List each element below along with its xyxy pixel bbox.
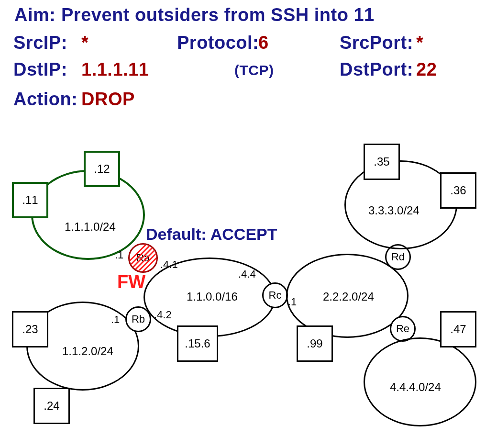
protocol-note: (TCP) (234, 62, 274, 78)
srcip-label: SrcIP: (13, 33, 67, 53)
dstip-value: 1.1.1.11 (81, 59, 149, 80)
iface-ra-s1: .1 (115, 249, 123, 261)
subnet-3-3-3-label: 3.3.3.0/24 (368, 204, 420, 217)
host-24: .24 (33, 388, 70, 424)
router-ra: Ra (128, 243, 158, 273)
host-23: .23 (12, 311, 48, 347)
fw-annotation: FW (117, 272, 145, 292)
subnet-2-2-2-label: 2.2.2.0/24 (323, 290, 374, 303)
srcport-value: * (416, 33, 423, 53)
protocol-label: Protocol: (177, 33, 259, 53)
iface-rc-bb: .4.4 (238, 268, 256, 280)
subnet-backbone-label: 1.1.0.0/16 (187, 290, 238, 303)
iface-rb-s2: .1 (111, 314, 120, 326)
protocol-value: 6 (258, 33, 269, 53)
host-12: .12 (84, 151, 120, 187)
aim-value: Prevent outsiders from SSH into 11 (61, 5, 375, 25)
srcport-label: SrcPort: (340, 33, 413, 53)
srcip-value: * (81, 33, 88, 53)
host-15-6: .15.6 (177, 325, 218, 362)
subnet-4-4-4-label: 4.4.4.0/24 (390, 381, 441, 394)
dstport-label: DstPort: (340, 59, 413, 80)
host-35: .35 (364, 144, 400, 180)
subnet-1-1-2-label: 1.1.2.0/24 (62, 345, 113, 358)
action-value: DROP (81, 89, 135, 110)
host-99: .99 (297, 325, 333, 362)
default-accept: Default: ACCEPT (146, 225, 277, 244)
dstip-label: DstIP: (13, 59, 67, 80)
dstport-value: 22 (416, 59, 437, 80)
subnet-1-1-1-label: 1.1.1.0/24 (65, 220, 116, 234)
aim-label: Aim: (14, 5, 55, 25)
host-47: .47 (440, 311, 476, 347)
action-label: Action: (13, 89, 77, 110)
router-rc: Rc (262, 282, 288, 308)
host-11: .11 (12, 182, 48, 218)
host-36: .36 (440, 172, 476, 209)
